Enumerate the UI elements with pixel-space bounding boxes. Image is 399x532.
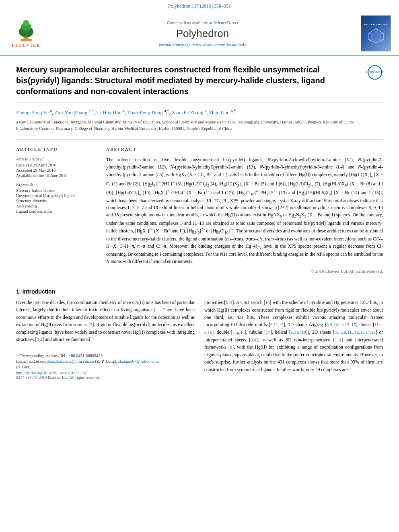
affiliations: a Key Laboratory of Functional Inorganic…: [16, 119, 383, 132]
article-title: Mercury supramolecular architectures con…: [16, 64, 359, 97]
elsevier-label: ELSEVIER: [12, 43, 41, 47]
keywords-title: Keywords:: [16, 182, 97, 187]
issn-line: 0277-5387/© 2016 Elsevier Ltd. All right…: [16, 375, 195, 380]
article-title-area: Mercury supramolecular architectures con…: [16, 64, 383, 103]
keywords-section: Keywords: Mercury-halide cluster Unsymme…: [16, 182, 97, 214]
keyword-1: Mercury-halide cluster: [16, 188, 97, 193]
journal-header: Polyhedron 117 (2016) 338–351: [0, 0, 399, 11]
journal-title-block: Contents lists available at ScienceDirec…: [52, 20, 353, 47]
author-xianfa: Xian-Fa Zhang: [172, 109, 204, 115]
footnote-corresponding: * Corresponding authors. Tel.: +86 0451 …: [16, 353, 195, 358]
article-info-col: ARTICLE INFO Article history: Received 2…: [16, 147, 97, 273]
authors-line: Zheng-Yang Ye a, Zhu-Yan Zhang a,b, Li-H…: [16, 109, 383, 116]
author-zhaopeng: Zhao-Peng Deng: [127, 109, 162, 115]
author-shang: Shan Gao: [209, 109, 230, 115]
history-available: Available online 16 June 2016: [16, 173, 97, 178]
sciencedirect-text: Contents lists available at: [167, 20, 212, 25]
sciencedirect-link[interactable]: ScienceDirect: [213, 20, 238, 25]
affiliation-b: b Laboratory Centre of Pharmacy, College…: [16, 125, 383, 132]
email2-person: (S. Gao).: [16, 365, 195, 369]
elsevier-logo: ELSEVIER: [8, 20, 44, 47]
author-zhengyang: Zheng-Yang Ye: [16, 109, 49, 115]
journal-homepage: journal homepage: www.elsevier.com/locat…: [52, 42, 353, 47]
intro-section: 1. Introduction Over the past few decade…: [16, 288, 383, 380]
article-history: Article history: Received 29 April 2016 …: [16, 156, 97, 178]
svg-line-10: [381, 39, 383, 40]
two-col-area: ARTICLE INFO Article history: Received 2…: [16, 147, 383, 273]
svg-marker-7: [371, 31, 381, 41]
intro-text-left: Over the past few decades, the coordinat…: [16, 299, 195, 343]
sciencedirect-line: Contents lists available at ScienceDirec…: [52, 20, 353, 25]
keyword-5: Ligand conformation: [16, 209, 97, 214]
affiliation-a: a Key Laboratory of Functional Inorganic…: [16, 119, 383, 125]
keyword-2: Unsymmetrical bis(pyridyl) ligand: [16, 193, 97, 198]
elsevier-tree-icon: [12, 20, 40, 42]
polyhedron-cover-shape-icon: [368, 28, 384, 44]
abstract-header: ABSTRACT: [106, 147, 383, 153]
divider-2: [16, 281, 383, 281]
polyhedron-cover: POLYHEDRON: [361, 15, 391, 51]
history-received: Received 29 April 2016: [16, 163, 97, 167]
journal-main-title: Polyhedron: [52, 27, 353, 40]
crossmark-circle: CrossMark: [368, 65, 382, 80]
journal-banner: ELSEVIER Contents lists available at Sci…: [0, 11, 399, 56]
history-accepted: Accepted 29 May 2016: [16, 168, 97, 173]
intro-title: 1. Introduction: [16, 288, 383, 295]
svg-point-3: [23, 20, 29, 26]
abstract-text: The solvent reaction of five flexible un…: [106, 156, 383, 265]
svg-rect-5: [21, 39, 32, 41]
author-zhuyan: Zhu-Yan Zhang: [54, 109, 87, 115]
article-info-header: ARTICLE INFO: [16, 147, 97, 153]
crossmark[interactable]: CrossMark: [367, 64, 383, 80]
svg-line-13: [369, 33, 371, 34]
footnote-emails: E-mail addresses: dengzhaopeng@hlju.edu.…: [16, 359, 195, 364]
history-title: Article history:: [16, 156, 97, 161]
article-main: Mercury supramolecular architectures con…: [0, 56, 399, 388]
polyhedron-cover-title: POLYHEDRON: [364, 23, 388, 26]
intro-col-left: Over the past few decades, the coordinat…: [16, 299, 195, 380]
doi-line[interactable]: http://dx.doi.org/10.1016/j.poly.2016.05…: [16, 371, 195, 375]
email1-link[interactable]: dengzhaopeng@hlju.edu.cn: [47, 359, 94, 364]
email2-link[interactable]: shangao67@yahoo.com: [118, 359, 159, 364]
footnote-area: * Corresponding authors. Tel.: +86 0451 …: [16, 350, 195, 380]
keyword-3: Structure diversity: [16, 199, 97, 203]
abstract-col: ABSTRACT The solvent reaction of five fl…: [106, 147, 383, 273]
intro-col-right: properties [5–9]. A CSD search [10] with…: [204, 299, 383, 380]
keyword-4: XPS spectra: [16, 204, 97, 208]
intro-two-col: Over the past few decades, the coordinat…: [16, 299, 383, 380]
svg-line-12: [369, 39, 371, 40]
journal-citation: Polyhedron 117 (2016) 338–351: [168, 3, 231, 9]
copyright-line: © 2016 Elsevier Ltd. All rights reserved…: [106, 269, 383, 273]
author-lihua: Li-Hua Huo: [96, 109, 121, 115]
divider-1: [16, 139, 383, 140]
svg-line-9: [381, 33, 383, 34]
intro-text-right: properties [5–9]. A CSD search [10] with…: [204, 299, 383, 373]
article-title-text: Mercury supramolecular architectures con…: [16, 64, 359, 97]
